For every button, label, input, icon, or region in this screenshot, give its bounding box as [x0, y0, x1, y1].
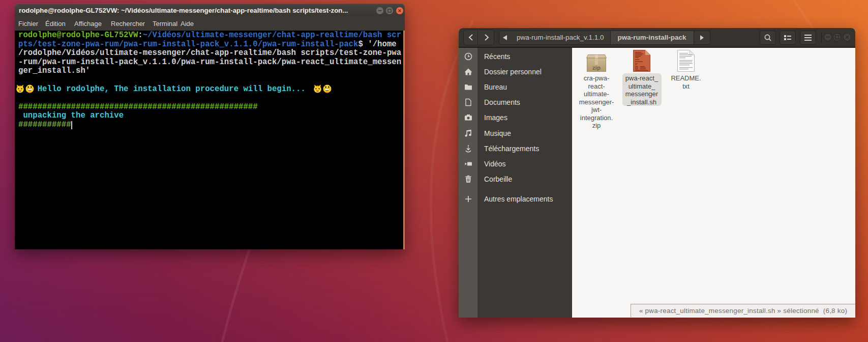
- svg-text:zip: zip: [592, 65, 601, 71]
